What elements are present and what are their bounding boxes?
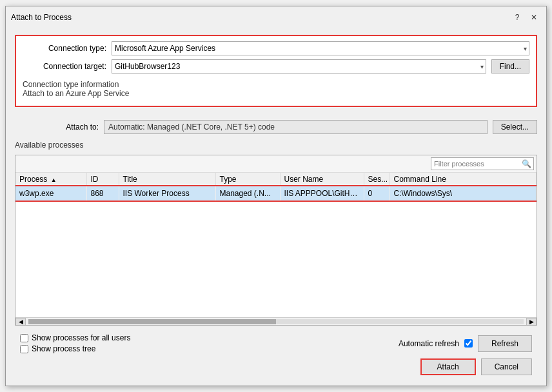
show-process-tree-checkbox[interactable]: [20, 345, 28, 353]
cell-cmdline: C:\Windows\Sys\: [389, 186, 537, 201]
refresh-button[interactable]: Refresh: [478, 335, 532, 352]
title-bar-left: Attach to Process: [11, 13, 72, 22]
bottom-row1: Show processes for all users Show proces…: [20, 333, 532, 353]
col-header-username[interactable]: User Name: [280, 173, 364, 186]
dialog-body: Connection type: Microsoft Azure App Ser…: [6, 28, 546, 386]
cancel-button[interactable]: Cancel: [481, 358, 532, 375]
title-bar: Attach to Process ? ✕: [6, 6, 546, 28]
cell-id: 868: [86, 186, 119, 201]
sort-asc-icon: ▲: [51, 177, 57, 183]
connection-info: Connection type information Attach to an…: [23, 77, 529, 101]
connection-target-row: Connection target: GitHubBrowser123 ▾ Fi…: [23, 59, 529, 74]
auto-refresh-checkbox[interactable]: [464, 339, 473, 348]
auto-refresh-label: Automatic refresh: [399, 339, 459, 348]
connection-type-select-wrapper: Microsoft Azure App Services ▾: [112, 41, 529, 55]
cell-title: IIS Worker Process: [119, 186, 215, 201]
connection-target-select-wrapper: GitHubBrowser123 ▾: [112, 59, 486, 74]
filter-input-wrapper: 🔍: [431, 157, 534, 170]
table-container[interactable]: Process ▲ ID Title Type: [15, 173, 537, 317]
cell-process: w3wp.exe: [15, 186, 86, 201]
dialog-title: Attach to Process: [11, 13, 72, 22]
col-header-type[interactable]: Type: [215, 173, 280, 186]
title-bar-controls: ? ✕: [510, 10, 541, 24]
connection-type-label: Connection type:: [23, 44, 106, 53]
filter-bar: 🔍: [15, 155, 537, 173]
cell-session: 0: [364, 186, 389, 201]
attach-button[interactable]: Attach: [420, 358, 476, 375]
scroll-right-btn[interactable]: ▶: [526, 318, 537, 326]
scrollbar-thumb[interactable]: [28, 319, 276, 324]
table-header-row: Process ▲ ID Title Type: [15, 173, 537, 186]
scrollbar-track: [28, 319, 524, 324]
col-header-id[interactable]: ID: [86, 173, 119, 186]
separator1: [15, 111, 537, 116]
processes-table-area: 🔍: [15, 155, 537, 326]
table-body: w3wp.exe868IIS Worker ProcessManaged (.N…: [15, 186, 537, 201]
scroll-left-btn[interactable]: ◀: [15, 318, 26, 326]
cell-type: Managed (.N...: [215, 186, 280, 201]
show-all-users-row: Show processes for all users: [20, 333, 130, 342]
connection-type-select[interactable]: Microsoft Azure App Services: [112, 41, 529, 55]
attach-to-label: Attach to:: [15, 122, 99, 132]
connection-target-label: Connection target:: [23, 62, 106, 71]
attach-to-value: Automatic: Managed (.NET Core, .NET 5+) …: [104, 120, 488, 134]
attach-to-process-dialog: Attach to Process ? ✕ Connection type: M…: [5, 6, 547, 386]
connection-type-row: Connection type: Microsoft Azure App Ser…: [23, 41, 529, 55]
connection-section: Connection type: Microsoft Azure App Ser…: [15, 35, 537, 107]
available-processes-label: Available processes: [15, 141, 537, 150]
show-process-tree-label: Show process tree: [32, 344, 95, 353]
show-process-tree-row: Show process tree: [20, 344, 130, 353]
find-button[interactable]: Find...: [491, 59, 529, 74]
connection-target-select[interactable]: GitHubBrowser123: [112, 59, 486, 74]
horizontal-scrollbar[interactable]: ◀ ▶: [15, 317, 537, 325]
checkboxes: Show processes for all users Show proces…: [20, 333, 130, 353]
col-header-cmdline[interactable]: Command Line: [389, 173, 537, 186]
help-button[interactable]: ?: [510, 10, 524, 24]
bottom-area: Show processes for all users Show proces…: [15, 329, 537, 379]
processes-table: Process ▲ ID Title Type: [15, 173, 537, 201]
auto-refresh-area: Automatic refresh Refresh: [399, 335, 532, 352]
attach-to-row: Attach to: Automatic: Managed (.NET Core…: [15, 120, 537, 134]
table-row[interactable]: w3wp.exe868IIS Worker ProcessManaged (.N…: [15, 186, 537, 201]
col-header-session[interactable]: Ses...: [364, 173, 389, 186]
connection-info-line2: Attach to an Azure App Service: [23, 89, 529, 98]
connection-info-line1: Connection type information: [23, 80, 529, 89]
action-buttons-row: Attach Cancel: [20, 358, 532, 375]
col-header-title[interactable]: Title: [119, 173, 215, 186]
filter-input[interactable]: [431, 157, 534, 170]
close-button[interactable]: ✕: [527, 10, 541, 24]
col-header-process[interactable]: Process ▲: [15, 173, 86, 186]
show-all-users-checkbox[interactable]: [20, 334, 28, 342]
show-all-users-label: Show processes for all users: [32, 333, 130, 342]
cell-username: IIS APPPOOL\GitHub...: [280, 186, 364, 201]
select-button[interactable]: Select...: [493, 120, 537, 134]
